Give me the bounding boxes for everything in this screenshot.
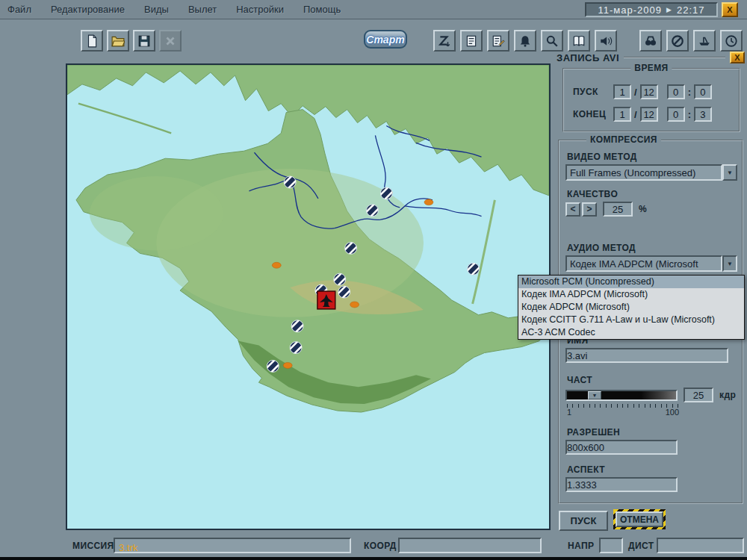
video-method-dropdown-button[interactable]: ▼ (722, 164, 737, 181)
slash-separator: / (634, 109, 637, 120)
time-compression-button[interactable] (433, 30, 456, 52)
end-hour-field[interactable] (667, 107, 685, 122)
chevron-down-icon: ▼ (592, 393, 598, 398)
audio-method-dropdown-button[interactable]: ▼ (722, 255, 737, 272)
dropdown-option[interactable]: Microsoft PCM (Uncompressed) (518, 276, 744, 288)
mission-label: МИССИЯ (72, 541, 114, 551)
menu-item-help[interactable]: Помощь (303, 4, 341, 15)
video-method-value[interactable]: Full Frames (Uncompressed) (565, 164, 722, 181)
audio-codec-dropdown: Microsoft PCM (Uncompressed) Кодек IMA A… (518, 275, 745, 340)
player-aircraft-icon[interactable] (317, 291, 335, 309)
time-group-title: ВРЕМЯ (630, 63, 672, 73)
record-start-row: ПУСК / : (573, 84, 712, 99)
ruler-min-label: 1 (567, 408, 571, 417)
no-entry-icon (671, 34, 684, 48)
ruler-labels: 1 100 (567, 408, 679, 417)
menu-item-views[interactable]: Виды (144, 4, 169, 15)
end-minute-field[interactable] (694, 107, 712, 122)
bell-icon (518, 34, 532, 48)
end-day-field[interactable] (613, 107, 631, 122)
start-button-label: Старт (366, 34, 404, 46)
heading-label: НАПР (568, 541, 594, 551)
framerate-slider[interactable]: ▼ (565, 390, 678, 401)
new-file-button[interactable] (81, 30, 103, 52)
quality-unit-label: % (639, 204, 647, 214)
notes-button[interactable] (460, 30, 483, 52)
coord-label: КООРД (364, 541, 397, 551)
audio-method-value[interactable]: Кодек IMA ADPCM (Microsoft (565, 255, 722, 272)
start-minute-field[interactable] (694, 84, 712, 99)
notes-icon (465, 34, 478, 48)
crimea-map[interactable] (67, 65, 549, 529)
close-file-button[interactable] (159, 30, 182, 52)
compression-group-title: КОМПРЕССИЯ (586, 134, 661, 145)
filename-field[interactable] (565, 348, 728, 363)
binoculars-icon (644, 34, 657, 48)
speaker-icon (599, 34, 613, 48)
bell-button[interactable] (514, 30, 536, 52)
ship-icon (698, 34, 711, 48)
aspect-field[interactable] (565, 477, 678, 492)
record-end-label: КОНЕЦ (573, 109, 610, 119)
close-icon: X (734, 54, 740, 62)
record-start-button[interactable]: ПУСК (559, 511, 608, 531)
start-button[interactable]: Старт (364, 30, 407, 49)
slash-separator: / (634, 87, 637, 98)
framerate-ruler: 1 100 (567, 404, 679, 417)
dropdown-option[interactable]: Кодек CCITT G.711 A-Law и u-Law (Microso… (518, 314, 744, 326)
map-view[interactable] (66, 63, 551, 530)
window-close-button[interactable]: X (722, 2, 738, 17)
resolution-field[interactable] (565, 440, 678, 455)
record-end-row: КОНЕЦ / : (573, 107, 712, 122)
city-marker (350, 302, 359, 308)
open-folder-icon (111, 34, 125, 48)
start-month-field[interactable] (640, 84, 658, 99)
heading-field (599, 538, 623, 553)
colon-separator: : (688, 109, 691, 120)
log-button[interactable] (487, 30, 509, 52)
cancel-button-focus-frame: ОТМЕНА (613, 509, 666, 529)
quality-value-field[interactable] (603, 202, 633, 217)
resolution-label: РАЗРЕШЕН (567, 427, 620, 438)
panel-title: ЗАПИСЬ AVI (557, 52, 619, 63)
magnifier-icon (545, 34, 559, 48)
colon-separator: : (688, 87, 691, 98)
framerate-slider-thumb[interactable]: ▼ (588, 391, 601, 399)
menu-item-settings[interactable]: Настройки (236, 4, 284, 15)
coord-field (398, 538, 542, 553)
start-hour-field[interactable] (667, 84, 685, 99)
book-icon (572, 34, 586, 48)
dropdown-option[interactable]: Кодек ADPCM (Microsoft) (518, 301, 744, 314)
time-groupbox: ВРЕМЯ ПУСК / : КОНЕЦ / : (562, 68, 740, 132)
menu-item-file[interactable]: Файл (7, 4, 31, 15)
chevron-down-icon: ▼ (727, 261, 733, 267)
record-start-label: ПУСК (573, 87, 610, 97)
log-icon (492, 34, 505, 48)
framerate-label: ЧАСТ (567, 375, 592, 385)
close-icon: X (727, 6, 732, 14)
date-text: 11-мар-2009 (598, 4, 662, 16)
quality-increase-button[interactable]: > (582, 202, 597, 217)
framerate-row: ▼ кдр (565, 388, 736, 402)
panel-close-button[interactable]: X (730, 52, 745, 63)
menu-item-edit[interactable]: Редактирование (51, 4, 125, 15)
quality-row: < > % (565, 202, 647, 217)
dropdown-option[interactable]: AC-3 ACM Codec (518, 326, 744, 339)
cancel-button[interactable]: ОТМЕНА (616, 511, 663, 527)
video-method-combo: Full Frames (Uncompressed) ▼ (565, 164, 737, 181)
framerate-value-field[interactable] (684, 388, 713, 402)
dropdown-option[interactable]: Кодек IMA ADPCM (Microsoft) (518, 288, 744, 301)
mission-field: 3.trk (114, 538, 351, 553)
mission-filename: 3.trk (119, 542, 137, 553)
clock-icon (725, 34, 738, 48)
menu-item-flight[interactable]: Вылет (188, 4, 217, 15)
header-divider (624, 57, 725, 58)
quality-decrease-button[interactable]: < (565, 202, 580, 217)
start-day-field[interactable] (613, 84, 631, 99)
distance-field (657, 538, 744, 553)
end-month-field[interactable] (640, 107, 658, 122)
open-file-button[interactable] (107, 30, 129, 52)
close-x-icon (164, 34, 177, 48)
city-marker (272, 262, 281, 268)
save-file-button[interactable] (133, 30, 155, 52)
